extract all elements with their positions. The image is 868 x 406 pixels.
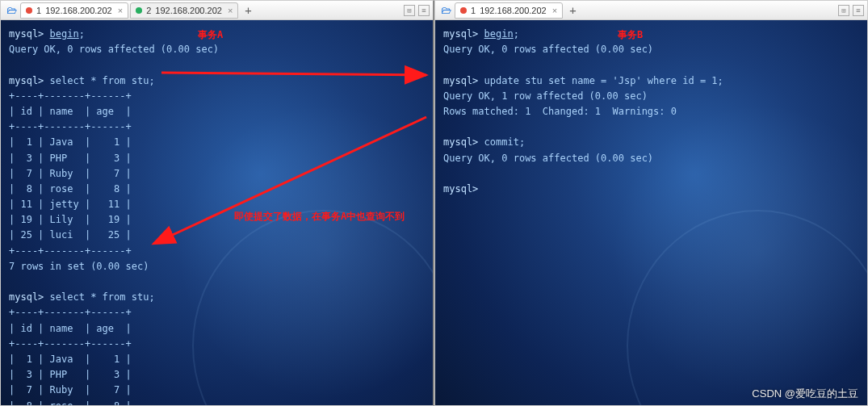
menu-icon[interactable]: ≡ (853, 5, 864, 16)
grid-icon[interactable]: ⊞ (404, 5, 415, 16)
tab-num: 1 (471, 6, 476, 15)
tab-num: 1 (36, 6, 41, 15)
annotation-note: 即使提交了数据，在事务A中也查询不到 (234, 210, 405, 224)
tab-1-right[interactable]: 1 192.168.200.202 × (455, 2, 563, 19)
right-terminal[interactable]: mysql> begin; Query OK, 0 rows affected … (435, 20, 867, 405)
right-tabbar: 🗁 1 192.168.200.202 × + ⊞ ≡ (435, 1, 867, 20)
folder-icon[interactable]: 🗁 (438, 4, 453, 17)
left-tabbar: 🗁 1 192.168.200.202 × 2 192.168.200.202 … (1, 1, 433, 20)
tab-1-left[interactable]: 1 192.168.200.202 × (20, 2, 128, 19)
close-icon[interactable]: × (552, 6, 557, 15)
right-pane: 🗁 1 192.168.200.202 × + ⊞ ≡ mysql> begin… (434, 0, 868, 406)
status-dot-icon (26, 7, 32, 14)
status-dot-icon (460, 7, 467, 14)
add-tab-button[interactable]: + (240, 4, 256, 17)
tab-num: 2 (146, 6, 151, 15)
toolbar-icons: ⊞ ≡ (404, 5, 430, 16)
tab-host: 192.168.200.202 (155, 6, 222, 15)
tab-2-left[interactable]: 2 192.168.200.202 × (130, 2, 238, 19)
close-icon[interactable]: × (118, 6, 123, 15)
watermark: CSDN @爱吃豆的土豆 (752, 387, 858, 401)
status-dot-icon (136, 7, 142, 14)
left-pane: 🗁 1 192.168.200.202 × 2 192.168.200.202 … (0, 0, 434, 406)
folder-icon[interactable]: 🗁 (4, 4, 19, 17)
tab-host: 192.168.200.202 (45, 6, 112, 15)
add-tab-button[interactable]: + (564, 4, 581, 17)
toolbar-icons: ⊞ ≡ (838, 5, 864, 16)
close-icon[interactable]: × (228, 6, 233, 15)
grid-icon[interactable]: ⊞ (838, 5, 849, 16)
annotation-session-a: 事务A (198, 28, 223, 42)
annotation-session-b: 事务B (618, 28, 643, 42)
tab-host: 192.168.200.202 (480, 6, 547, 15)
menu-icon[interactable]: ≡ (418, 5, 430, 16)
